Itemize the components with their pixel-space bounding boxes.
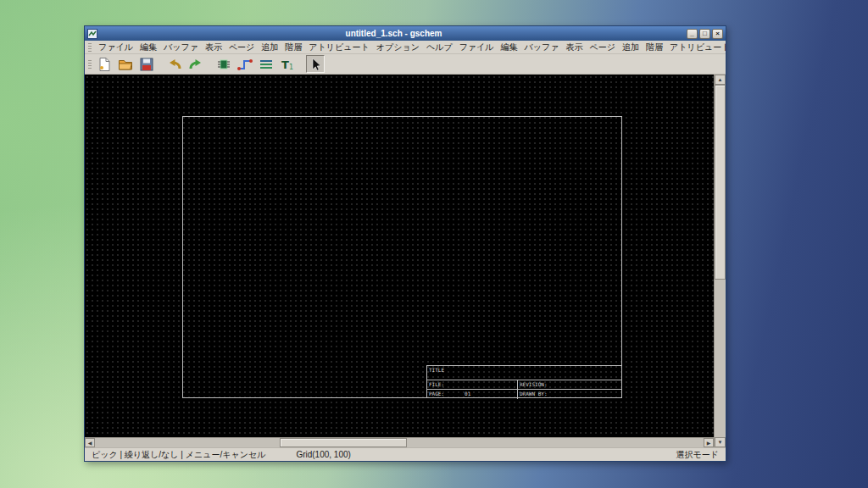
gschem-window: untitled_1.sch - gschem _ □ × ファイル 編集 バッ… (84, 25, 726, 462)
menu-edit-2[interactable]: 編集 (498, 41, 521, 54)
new-file-button[interactable] (95, 55, 114, 73)
title-block-page-label: PAGE: (429, 391, 444, 398)
menu-attributes[interactable]: アトリビュート (305, 41, 372, 54)
select-tool-button[interactable] (306, 55, 325, 73)
toolbar-gripper[interactable] (88, 60, 92, 69)
add-component-button[interactable] (214, 55, 233, 73)
canvas-row: TITLE FILE: REVISION: PAGE: 01 DRAWN (85, 75, 726, 447)
title-block-drawnby-label: DRAWN BY: (518, 390, 621, 399)
window-titlebar[interactable]: untitled_1.sch - gschem _ □ × (85, 26, 726, 41)
menu-help[interactable]: ヘルプ (423, 41, 456, 54)
minimize-button[interactable]: _ (687, 29, 698, 39)
schematic-frame-border: TITLE FILE: REVISION: PAGE: 01 DRAWN (182, 116, 622, 398)
menu-hierarchy-2[interactable]: 階層 (643, 41, 666, 54)
statusbar: ピック | 繰り返し/なし | メニュー/キャンセル Grid(100, 100… (85, 447, 726, 461)
add-text-button[interactable]: T 1 (278, 55, 297, 73)
menu-hierarchy[interactable]: 階層 (281, 41, 305, 54)
vertical-scrollbar[interactable]: ▲ ▼ (714, 75, 726, 447)
horizontal-scrollbar[interactable]: ◀ ▶ (85, 437, 714, 447)
add-net-icon (237, 57, 253, 72)
menubar-gripper[interactable] (88, 43, 92, 52)
add-bus-icon (259, 57, 274, 72)
add-component-icon (216, 57, 231, 72)
menu-file-2[interactable]: ファイル (456, 41, 498, 54)
menu-add-2[interactable]: 追加 (619, 41, 643, 54)
close-button[interactable]: × (712, 29, 723, 39)
title-block-page-value: 01 (465, 391, 470, 398)
toolbar: T 1 (85, 54, 726, 75)
horizontal-scrollbar-thumb[interactable] (280, 438, 407, 447)
menu-options[interactable]: オプション (373, 41, 423, 54)
redo-button[interactable] (186, 55, 205, 73)
open-file-icon (118, 57, 133, 72)
menu-attributes-2[interactable]: アトリビュート (666, 41, 726, 54)
svg-text:T: T (281, 58, 289, 71)
title-block-file-label: FILE: (427, 380, 518, 389)
status-grid: Grid(100, 100) (296, 450, 350, 459)
menu-page[interactable]: ページ (225, 41, 258, 54)
select-cursor-icon (308, 57, 323, 72)
menu-page-2[interactable]: ページ (587, 41, 619, 54)
status-hints: ピック | 繰り返し/なし | メニュー/キャンセル (92, 449, 265, 461)
undo-button[interactable] (165, 55, 184, 73)
scroll-right-arrow-icon[interactable]: ▶ (704, 438, 714, 447)
menu-edit[interactable]: 編集 (136, 41, 160, 54)
svg-text:1: 1 (289, 64, 293, 71)
title-block-page-cell: PAGE: 01 (427, 390, 518, 399)
desktop-background: untitled_1.sch - gschem _ □ × ファイル 編集 バッ… (0, 0, 868, 488)
add-net-button[interactable] (236, 55, 254, 73)
status-mode: 選択モード (676, 449, 719, 461)
menubar: ファイル 編集 バッファ 表示 ページ 追加 階層 アトリビュート オプション … (85, 41, 726, 54)
save-file-button[interactable] (137, 55, 156, 73)
menu-buffer-2[interactable]: バッファ (521, 41, 563, 54)
scroll-down-arrow-icon[interactable]: ▼ (715, 437, 726, 447)
add-text-icon: T 1 (280, 57, 295, 72)
title-block: TITLE FILE: REVISION: PAGE: 01 DRAWN (426, 365, 622, 398)
menu-view-2[interactable]: 表示 (563, 41, 587, 54)
menu-buffer[interactable]: バッファ (160, 41, 202, 54)
scroll-up-arrow-icon[interactable]: ▲ (715, 75, 726, 85)
window-controls: _ □ × (687, 29, 723, 39)
title-block-title-label: TITLE (427, 366, 621, 380)
menu-file[interactable]: ファイル (95, 41, 136, 54)
scroll-left-arrow-icon[interactable]: ◀ (85, 438, 95, 447)
menu-view[interactable]: 表示 (202, 41, 225, 54)
window-icon (87, 29, 97, 39)
title-block-revision-label: REVISION: (518, 380, 621, 389)
save-file-icon (139, 57, 154, 72)
undo-icon (167, 57, 182, 72)
redo-icon (188, 57, 203, 72)
schematic-canvas[interactable]: TITLE FILE: REVISION: PAGE: 01 DRAWN (85, 75, 714, 437)
menu-add[interactable]: 追加 (258, 41, 281, 54)
vertical-scrollbar-thumb[interactable] (715, 85, 726, 280)
open-file-button[interactable] (116, 55, 135, 73)
new-file-icon (97, 57, 112, 72)
add-bus-button[interactable] (257, 55, 275, 73)
window-title: untitled_1.sch - gschem (101, 29, 687, 38)
maximize-button[interactable]: □ (699, 29, 710, 39)
